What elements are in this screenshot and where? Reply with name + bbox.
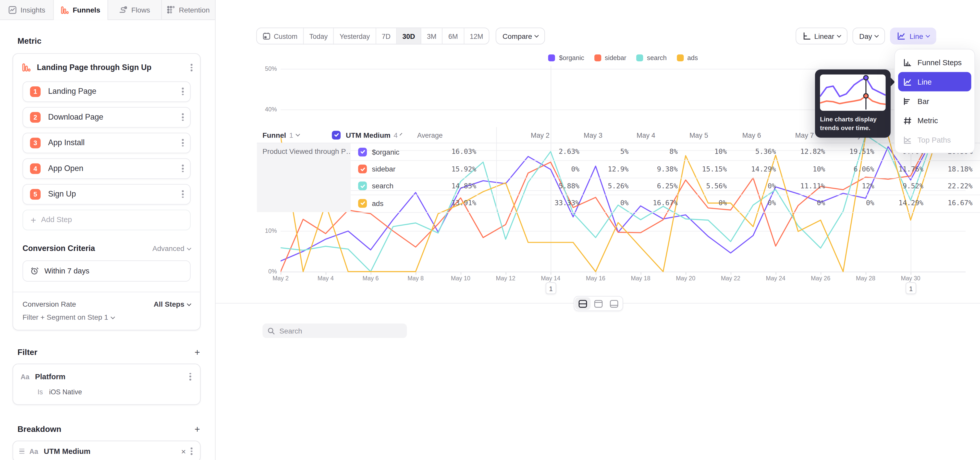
range-button-12m[interactable]: 12M [464,28,489,44]
menu-item-metric[interactable]: Metric [895,111,974,130]
legend-item[interactable]: sidebar [594,54,626,61]
layout-split-button[interactable] [575,297,590,310]
funnels-icon [61,6,69,14]
value-cell: 6.06% [833,165,882,173]
breakdown-card[interactable]: Aa UTM Medium × [13,440,200,460]
chart-legend: $organicsidebarsearchads [281,54,966,61]
funnel-column-header[interactable]: Funnel1 [257,131,325,139]
row-checkbox[interactable] [358,182,367,190]
row-checkbox[interactable] [358,199,367,208]
segment-label-cell[interactable]: sidebar [351,165,420,173]
funnel-step[interactable]: 3App Install [22,133,191,153]
date-column-header[interactable]: May 5 [663,131,716,139]
value-cell: 11.76% [882,165,931,173]
x-axis-label: May 26 [802,275,839,282]
all-steps-dropdown[interactable]: All Steps [154,300,191,308]
funnel-step[interactable]: 1Landing Page [22,81,191,102]
report-tabbar: Insights Funnels Flows Retention [0,0,216,20]
menu-item-line[interactable]: Line [898,72,971,91]
legend-item[interactable]: $organic [549,54,584,61]
value-cell: 9.38% [636,165,685,173]
segment-label-cell[interactable]: search [351,182,420,190]
filter-value: iOS Native [49,388,82,395]
legend-item[interactable]: search [636,54,667,61]
scale-dropdown[interactable]: Linear [795,27,847,45]
segment-label-cell[interactable]: $organic [351,147,420,156]
value-cell: 0% [587,199,636,208]
y-axis-label: 40% [252,105,277,112]
search-input[interactable]: Search [262,324,407,338]
value-cell: 0% [538,165,587,173]
conversion-window-value: Within 7 days [45,267,89,275]
x-axis-label: May 16 [577,275,614,282]
granularity-dropdown[interactable]: Day [853,27,885,45]
search-placeholder: Search [280,327,302,334]
tab-flows[interactable]: Flows [108,0,162,19]
chart-type-dropdown[interactable]: Line [890,27,936,45]
date-column-header[interactable]: May 6 [716,131,768,139]
kebab-menu-icon[interactable] [180,111,186,123]
drag-handle-icon[interactable] [19,449,24,454]
funnel-step[interactable]: 2Download Page [22,107,191,128]
kebab-menu-icon[interactable] [187,370,194,383]
tab-funnels[interactable]: Funnels [54,0,108,20]
kebab-menu-icon[interactable] [180,188,186,200]
date-column-header[interactable]: May 3 [557,131,610,139]
row-separator [351,160,980,161]
value-cell: 13.91% [420,199,484,208]
funnel-step[interactable]: 5Sign Up [22,184,191,204]
kebab-menu-icon[interactable] [180,162,186,174]
chevron-down-icon [111,315,115,319]
layout-chart-only-button[interactable] [590,297,606,310]
funnel-step[interactable]: 4App Open [22,158,191,179]
row-separator [351,212,980,212]
value-cell: 15.92% [420,165,484,173]
compare-button[interactable]: Compare [496,27,545,45]
annotation-badge[interactable]: 1 [546,282,556,294]
chart-type-tooltip: Line charts display trends over time. [815,70,891,138]
kebab-menu-icon[interactable] [188,61,195,73]
value-cell: 5.36% [734,148,783,156]
legend-item[interactable]: ads [676,54,698,61]
date-column-header[interactable]: May 7 [768,131,821,139]
range-button-6m[interactable]: 6M [443,28,464,44]
date-column-header[interactable]: May 4 [610,131,663,139]
report-canvas: CustomTodayYesterday7D30D3M6M12M Compare… [216,0,980,460]
row-checkbox[interactable] [358,147,367,156]
conversion-window-button[interactable]: Within 7 days [22,260,191,281]
range-button-today[interactable]: Today [304,28,334,44]
kebab-menu-icon[interactable] [188,445,195,457]
value-cell: 22.22% [931,182,980,190]
tab-insights[interactable]: Insights [0,0,54,19]
tab-retention[interactable]: Retention [162,0,216,19]
funnel-cell[interactable]: Product Viewed through P… [257,143,351,212]
breakdown-column-header[interactable]: UTM Medium4 [325,131,400,139]
add-step-button[interactable]: + Add Step [22,209,191,230]
menu-item-top-paths[interactable]: Top Paths [895,130,974,150]
select-all-checkbox[interactable] [332,131,341,139]
layout-table-only-button[interactable] [606,297,622,310]
range-button-7d[interactable]: 7D [376,28,397,44]
range-button-custom[interactable]: Custom [257,28,304,44]
kebab-menu-icon[interactable] [180,85,186,97]
segment-label-cell[interactable]: ads [351,199,420,208]
filter-segment-dropdown[interactable]: Filter + Segment on Step 1 [22,313,191,321]
average-column-header[interactable]: Average [400,131,450,139]
menu-item-bar[interactable]: Bar [895,91,974,111]
row-checkbox[interactable] [358,165,367,173]
add-filter-button[interactable]: + [194,347,200,357]
range-button-30d[interactable]: 30D [397,28,422,44]
remove-breakdown-icon[interactable]: × [181,447,186,456]
range-button-3m[interactable]: 3M [422,28,443,44]
range-button-yesterday[interactable]: Yesterday [334,28,376,44]
layout-toggle-group [574,296,623,311]
date-column-header[interactable]: May 2 [504,131,557,139]
kebab-menu-icon[interactable] [180,137,186,149]
breakdown-table: Funnel1 UTM Medium4 Average May 2May 3Ma… [257,127,980,212]
add-breakdown-button[interactable]: + [194,423,200,434]
menu-item-funnel-steps[interactable]: Funnel Steps [895,53,974,72]
annotation-badge[interactable]: 1 [906,282,916,294]
advanced-dropdown[interactable]: Advanced [152,244,191,252]
filter-card[interactable]: Aa Platform IsiOS Native [13,363,200,404]
value-cell: 16.03% [420,148,484,156]
